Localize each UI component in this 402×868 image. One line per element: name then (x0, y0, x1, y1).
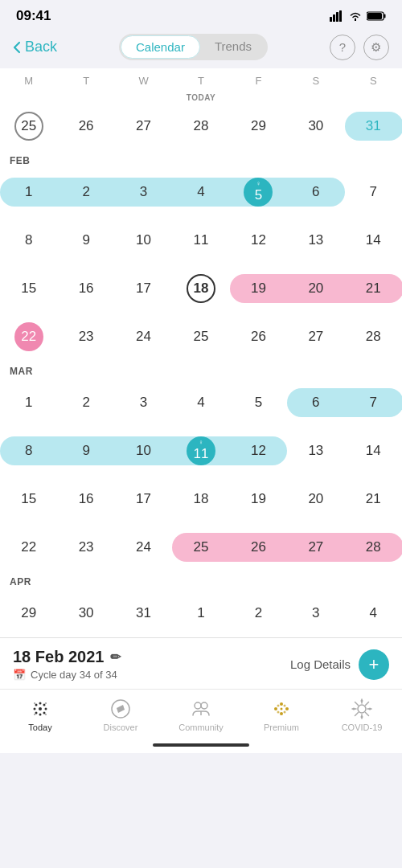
tab-trends[interactable]: Trends (200, 35, 266, 59)
day-cell[interactable]: 9 (57, 216, 114, 264)
day-cell[interactable]: 3 (115, 379, 172, 427)
day-cell[interactable]: 8 (0, 216, 57, 264)
bottom-info-bar: 18 Feb 2021 ✏ 📅 Cycle day 34 of 34 Log D… (0, 637, 402, 689)
day-cell[interactable]: 17 (115, 475, 172, 523)
day-cell[interactable]: 17 (115, 264, 172, 313)
wifi-icon (349, 11, 362, 21)
svg-point-23 (201, 702, 207, 709)
day-cell[interactable]: 25 (172, 313, 229, 361)
edit-icon[interactable]: ✏ (110, 649, 121, 665)
day-cell[interactable]: 14 (345, 216, 402, 264)
day-cell[interactable]: 3 (287, 589, 344, 637)
day-cell[interactable]: 19 (230, 475, 287, 523)
week-row: 1 2 3 4 5 6 7 (0, 379, 402, 427)
tab-calendar[interactable]: Calendar (121, 35, 200, 59)
help-button[interactable]: ? (330, 35, 355, 60)
add-log-button[interactable]: + (359, 649, 389, 680)
day-cell[interactable]: 20 (287, 475, 344, 523)
day-cell[interactable]: 28 (172, 102, 229, 150)
day-header-fri: F (230, 72, 287, 90)
week-row: 1 2 3 4 ♀ 5 6 7 (0, 168, 402, 216)
day-cell[interactable]: 31 (115, 589, 172, 637)
day-cell[interactable]: 18 (172, 475, 229, 523)
svg-line-45 (366, 702, 369, 706)
day-cell[interactable]: 15 (0, 475, 57, 523)
day-cell[interactable]: 16 (57, 475, 114, 523)
day-cell[interactable]: 30 (57, 589, 114, 637)
nav-item-today[interactable]: Today (12, 698, 68, 732)
day-cell-period[interactable]: 22 (0, 313, 57, 361)
day-header-mon: M (0, 72, 57, 90)
nav-label-discover: Discover (104, 723, 138, 732)
day-cell[interactable]: 23 (57, 523, 114, 571)
day-cell[interactable]: 1 (172, 589, 229, 637)
day-cell[interactable]: 26 (57, 102, 114, 150)
svg-rect-6 (384, 14, 386, 18)
day-cell[interactable]: 15 (0, 264, 57, 313)
discover-icon (109, 698, 132, 720)
day-cell[interactable]: 30 (287, 102, 344, 150)
week-row: 29 30 31 1 2 3 4 (0, 589, 402, 637)
svg-point-7 (39, 707, 42, 710)
svg-point-34 (358, 705, 366, 713)
day-cell-selected[interactable]: 18 (172, 264, 229, 313)
day-cell[interactable]: 11 (172, 216, 229, 264)
day-cell[interactable]: 28 (345, 313, 402, 361)
calendar-small-icon: 📅 (13, 669, 26, 681)
week-row: 8 9 10 11 12 13 14 (0, 216, 402, 264)
svg-point-14 (39, 714, 42, 716)
week-row: 25 26 27 28 29 30 31 (0, 102, 402, 150)
day-cell[interactable]: 4 (345, 589, 402, 637)
status-time: 09:41 (16, 8, 51, 24)
nav-item-covid19[interactable]: COVID-19 (334, 698, 390, 732)
nav-item-community[interactable]: Community (173, 698, 229, 732)
day-cell[interactable]: 16 (57, 264, 114, 313)
log-details-button[interactable]: Log Details (290, 657, 351, 671)
day-cell[interactable]: 27 (287, 313, 344, 361)
day-cell[interactable]: 13 (287, 216, 344, 264)
day-cell[interactable]: 24 (115, 523, 172, 571)
svg-point-30 (277, 705, 280, 707)
day-cell[interactable]: 22 (0, 523, 57, 571)
day-cell[interactable]: 13 (287, 427, 344, 475)
day-header-wed: W (115, 72, 172, 90)
day-cell[interactable]: 25 (0, 102, 57, 150)
day-cell[interactable]: 26 (230, 313, 287, 361)
day-cell[interactable]: 10 (115, 216, 172, 264)
svg-point-18 (45, 714, 47, 715)
date-text: 18 Feb 2021 (13, 648, 104, 666)
covid-icon (351, 698, 373, 720)
day-cell[interactable]: 12 (230, 216, 287, 264)
day-cell[interactable]: 29 (230, 102, 287, 150)
day-cell[interactable]: 2 (57, 379, 114, 427)
settings-button[interactable]: ⚙ (363, 35, 389, 60)
day-cell[interactable]: 29 (0, 589, 57, 637)
back-button[interactable]: Back (13, 39, 57, 55)
day-cell[interactable]: 24 (115, 313, 172, 361)
svg-rect-3 (339, 10, 342, 22)
nav-item-discover[interactable]: Discover (92, 698, 149, 732)
nav-item-premium[interactable]: Premium (253, 698, 310, 732)
day-cell[interactable]: 14 (345, 427, 402, 475)
day-cell[interactable]: 27 (115, 102, 172, 150)
svg-point-28 (280, 712, 283, 715)
battery-icon (367, 11, 386, 21)
bottom-actions: Log Details + (290, 649, 389, 680)
day-cell[interactable]: 4 (172, 379, 229, 427)
nav-label-today: Today (28, 723, 51, 732)
day-cell[interactable]: 23 (57, 313, 114, 361)
day-header-sat: S (287, 72, 344, 90)
week-row: 22 23 24 25 26 27 28 (0, 523, 402, 571)
today-label: TODAY (0, 92, 402, 102)
nav-label-community: Community (178, 723, 224, 732)
svg-rect-0 (330, 17, 332, 22)
day-cell[interactable]: 2 (230, 589, 287, 637)
svg-point-40 (361, 716, 363, 719)
day-cell[interactable]: 7 (345, 168, 402, 216)
svg-point-39 (361, 700, 363, 702)
day-cell[interactable]: 1 (0, 379, 57, 427)
day-cell[interactable]: 21 (345, 475, 402, 523)
home-indicator (0, 737, 402, 753)
day-cell[interactable]: 5 (230, 379, 287, 427)
svg-point-33 (277, 711, 280, 714)
